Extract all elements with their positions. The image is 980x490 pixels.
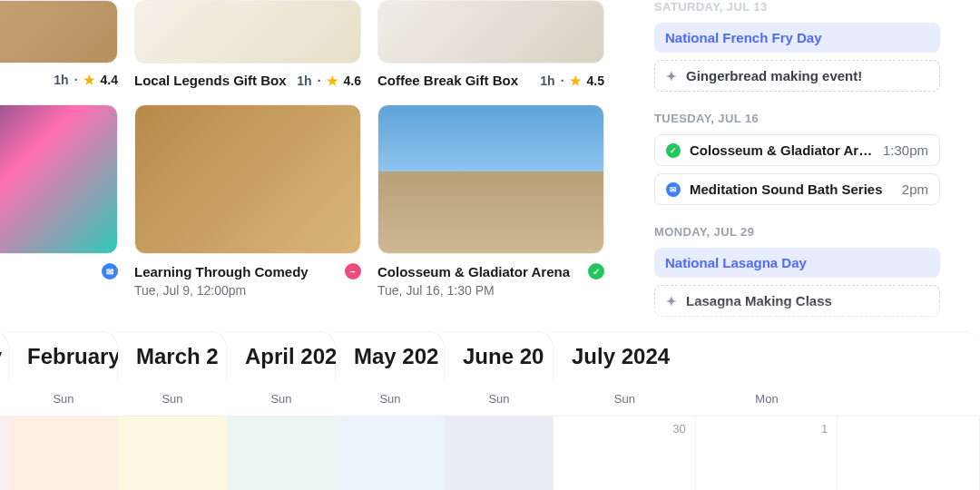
month-tab-february[interactable]: February Sun [9,331,118,490]
card-image [0,104,118,254]
check-icon: ✓ [666,143,681,158]
month-tab-june[interactable]: June 20 Sun [445,331,554,490]
card-subtitle: om [0,283,118,298]
month-tab-july-current[interactable]: July 2024 Sun 30 Mon 1 [554,331,980,490]
event-time: 1:30pm [883,142,928,158]
event-card[interactable]: ✉ om [0,104,118,298]
cards-grid: 1h · ★ 4.4 Local Legends Gift Box 1h · ★… [0,0,626,298]
card-image [134,104,361,254]
card-title: Colosseum & Gladiator Arena [377,264,570,279]
check-icon: ✓ [588,263,604,279]
agenda-event[interactable]: ✓ Colosseum & Gladiator Ar… 1:30pm [654,134,940,166]
card-image [377,104,604,254]
event-card[interactable]: Colosseum & Gladiator Arena ✓ Tue, Jul 1… [377,104,604,298]
sparkle-icon: ✦ [666,294,677,309]
agenda-holiday[interactable]: National French Fry Day [654,23,940,53]
weekday-label: Sun [554,381,696,416]
product-card[interactable]: 1h · ★ 4.4 [0,0,118,88]
remove-icon: − [345,263,361,279]
agenda-holiday[interactable]: National Lasagna Day [654,248,940,278]
card-image [377,0,604,64]
product-card[interactable]: Local Legends Gift Box 1h · ★ 4.6 [134,0,361,88]
agenda-suggestion[interactable]: ✦ Gingerbread making event! [654,60,940,92]
card-rating: 1h · ★ 4.5 [540,74,604,88]
agenda-event[interactable]: ✉ Meditation Sound Bath Series 2pm [654,173,940,205]
weekday-label: Mon [696,381,838,416]
product-card[interactable]: Coffee Break Gift Box 1h · ★ 4.5 [377,0,604,88]
agenda-date-heading: SATURDAY, JUL 13 [654,0,940,14]
star-icon: ★ [570,74,582,88]
card-subtitle: Tue, Jul 9, 12:00pm [134,283,361,298]
mail-icon: ✉ [666,182,681,197]
card-image [134,0,361,64]
mail-icon: ✉ [102,263,118,279]
agenda-suggestion[interactable]: ✦ Lasagna Making Class [654,285,940,317]
card-rating: 1h · ★ 4.6 [297,74,361,88]
card-subtitle: Tue, Jul 16, 1:30 PM [377,283,604,298]
months-strip: January Sun February Sun March 2 Sun Apr… [0,331,980,490]
agenda-sidebar: SATURDAY, JUL 13 National French Fry Day… [654,0,940,352]
month-tab-march[interactable]: March 2 Sun [118,331,227,490]
card-title: Coffee Break Gift Box [377,73,518,88]
star-icon: ★ [327,74,338,88]
month-tab-april[interactable]: April 202 Sun [227,331,336,490]
month-tab-january[interactable]: January Sun [0,331,9,490]
event-time: 2pm [902,181,928,197]
sparkle-icon: ✦ [666,69,677,83]
card-image [0,0,118,64]
month-tab-may[interactable]: May 202 Sun [336,331,445,490]
agenda-date-heading: TUESDAY, JUL 16 [654,112,940,125]
card-rating: 1h · ★ 4.4 [54,73,118,87]
calendar-day[interactable]: 1 [696,416,838,490]
agenda-date-heading: MONDAY, JUL 29 [654,225,940,239]
card-title: Local Legends Gift Box [134,73,287,88]
event-card[interactable]: Learning Through Comedy − Tue, Jul 9, 12… [134,104,361,298]
calendar-day[interactable]: 30 [554,416,696,490]
card-title: Learning Through Comedy [134,264,309,279]
star-icon: ★ [83,73,95,87]
